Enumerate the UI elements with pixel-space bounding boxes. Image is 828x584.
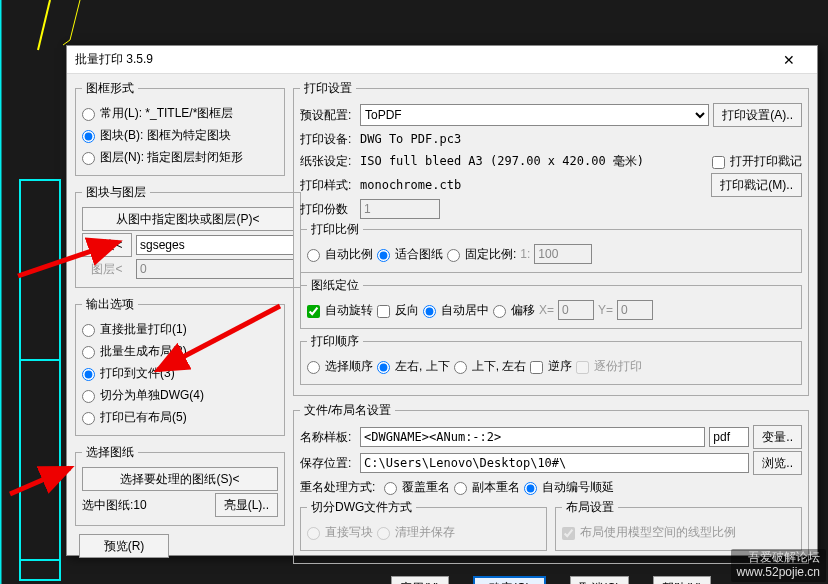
- auto-rotate-check[interactable]: 自动旋转: [307, 302, 373, 319]
- ratio-label: 1:: [520, 247, 530, 261]
- opt-block[interactable]: 图块(B): 图框为特定图块: [82, 127, 231, 144]
- legend: 图纸定位: [307, 277, 363, 294]
- scale-fixed[interactable]: 固定比例:: [447, 246, 516, 263]
- device-label: 打印设备:: [300, 131, 356, 148]
- order-group: 打印顺序 选择顺序 左右, 上下 上下, 左右 逆序 逐份打印: [300, 333, 802, 385]
- overwrite-radio[interactable]: 覆盖重名: [384, 479, 450, 496]
- layer-label: 图层<: [82, 261, 132, 278]
- block-name-input[interactable]: [136, 235, 294, 255]
- template-input[interactable]: [360, 427, 705, 447]
- order-sel[interactable]: 选择顺序: [307, 358, 373, 375]
- style-value: monochrome.ctb: [360, 178, 707, 192]
- order-udlr[interactable]: 上下, 左右: [454, 358, 527, 375]
- naming-group: 文件/布局名设置 名称样板: 变量.. 保存位置: 浏览.. 重名处理方式: 覆…: [293, 402, 809, 564]
- variable-button[interactable]: 变量..: [753, 425, 802, 449]
- device-value: DWG To PDF.pc3: [360, 132, 802, 146]
- close-icon[interactable]: ✕: [769, 52, 809, 68]
- opt-print-file[interactable]: 打印到文件(3): [82, 365, 175, 382]
- opt-exist-layout[interactable]: 打印已有布局(5): [82, 409, 187, 426]
- order-copy-check: 逐份打印: [576, 358, 642, 375]
- highlight-button[interactable]: 亮显(L)..: [215, 493, 278, 517]
- rename-label: 重名处理方式:: [300, 479, 380, 496]
- titlebar: 批量打印 3.5.9 ✕: [67, 46, 817, 74]
- legend: 打印设置: [300, 80, 356, 97]
- paper-value: ISO full bleed A3 (297.00 x 420.00 毫米): [360, 153, 708, 170]
- paper-label: 纸张设定:: [300, 153, 356, 170]
- apply-button[interactable]: 应用(Y): [391, 576, 449, 584]
- auto-seq-radio[interactable]: 自动编号顺延: [524, 479, 614, 496]
- legend: 图块与图层: [82, 184, 150, 201]
- split-group: 切分DWG文件方式 直接写块 清理并保存: [300, 499, 547, 551]
- select-drawings-button[interactable]: 选择要处理的图纸(S)<: [82, 467, 278, 491]
- preset-label: 预设配置:: [300, 107, 356, 124]
- print-settings-group: 打印设置 预设配置: ToPDF 打印设置(A).. 打印设备: DWG To …: [293, 80, 809, 396]
- save-label: 保存位置:: [300, 455, 356, 472]
- copies-input: [360, 199, 440, 219]
- y-input: [617, 300, 653, 320]
- center-radio[interactable]: 自动居中: [423, 302, 489, 319]
- browse-button[interactable]: 浏览..: [753, 451, 802, 475]
- pick-from-drawing-button[interactable]: 从图中指定图块或图层(P)<: [82, 207, 294, 231]
- scale-fit[interactable]: 适合图纸: [377, 246, 443, 263]
- batch-plot-dialog: 批量打印 3.5.9 ✕ 图框形式 常用(L): *_TITLE/*图框层 图块…: [66, 45, 818, 556]
- open-stamp-check[interactable]: 打开打印戳记: [712, 153, 802, 170]
- opt-normal[interactable]: 常用(L): *_TITLE/*图框层: [82, 105, 233, 122]
- watermark: 吾爱破解论坛 www.52pojie.cn: [731, 549, 826, 582]
- use-model-check: 布局使用模型空间的线型比例: [562, 524, 736, 541]
- block-layer-group: 图块与图层 从图中指定图块或图层(P)< 图块< 图层<: [75, 184, 301, 288]
- layer-name-input: [136, 259, 294, 279]
- window-title: 批量打印 3.5.9: [75, 51, 769, 68]
- preview-button[interactable]: 预览(R): [79, 534, 169, 558]
- legend: 图框形式: [82, 80, 138, 97]
- ok-button[interactable]: 确定(O): [473, 576, 546, 584]
- opt-layer[interactable]: 图层(N): 指定图层封闭矩形: [82, 149, 243, 166]
- order-lrud[interactable]: 左右, 上下: [377, 358, 450, 375]
- cancel-button[interactable]: 取消(C): [570, 576, 629, 584]
- block-button[interactable]: 图块<: [82, 233, 132, 257]
- style-label: 打印样式:: [300, 177, 356, 194]
- opt-split-dwg[interactable]: 切分为单独DWG(4): [82, 387, 204, 404]
- split-clean: 清理并保存: [377, 524, 455, 541]
- preset-select[interactable]: ToPDF: [360, 104, 709, 126]
- save-path-input[interactable]: [360, 453, 749, 473]
- select-paper-group: 选择图纸 选择要处理的图纸(S)< 选中图纸:10 亮显(L)..: [75, 444, 285, 526]
- legend: 文件/布局名设置: [300, 402, 395, 419]
- position-group: 图纸定位 自动旋转 反向 自动居中 偏移 X= Y=: [300, 277, 802, 329]
- split-direct: 直接写块: [307, 524, 373, 541]
- print-settings-button[interactable]: 打印设置(A)..: [713, 103, 802, 127]
- legend: 选择图纸: [82, 444, 138, 461]
- stamp-button[interactable]: 打印戳记(M)..: [711, 173, 802, 197]
- y-label: Y=: [598, 303, 613, 317]
- frame-style-group: 图框形式 常用(L): *_TITLE/*图框层 图块(B): 图框为特定图块 …: [75, 80, 285, 176]
- output-group: 输出选项 直接批量打印(1) 批量生成布局(2) 打印到文件(3) 切分为单独D…: [75, 296, 285, 436]
- legend: 打印比例: [307, 221, 363, 238]
- ratio-input: [534, 244, 592, 264]
- legend: 输出选项: [82, 296, 138, 313]
- opt-gen-layout[interactable]: 批量生成布局(2): [82, 343, 187, 360]
- x-label: X=: [539, 303, 554, 317]
- offset-radio[interactable]: 偏移: [493, 302, 535, 319]
- reverse-check[interactable]: 反向: [377, 302, 419, 319]
- help-button[interactable]: 帮助(H): [653, 576, 712, 584]
- scale-auto[interactable]: 自动比例: [307, 246, 373, 263]
- layout-group: 布局设置 布局使用模型空间的线型比例: [555, 499, 802, 551]
- copies-label: 打印份数: [300, 201, 356, 218]
- copy-rename-radio[interactable]: 副本重名: [454, 479, 520, 496]
- order-rev-check[interactable]: 逆序: [530, 358, 572, 375]
- x-input: [558, 300, 594, 320]
- legend: 切分DWG文件方式: [307, 499, 416, 516]
- legend: 布局设置: [562, 499, 618, 516]
- scale-group: 打印比例 自动比例 适合图纸 固定比例: 1:: [300, 221, 802, 273]
- tpl-label: 名称样板:: [300, 429, 356, 446]
- ext-input[interactable]: [709, 427, 749, 447]
- legend: 打印顺序: [307, 333, 363, 350]
- selected-count: 选中图纸:10: [82, 497, 211, 514]
- opt-direct-print[interactable]: 直接批量打印(1): [82, 321, 187, 338]
